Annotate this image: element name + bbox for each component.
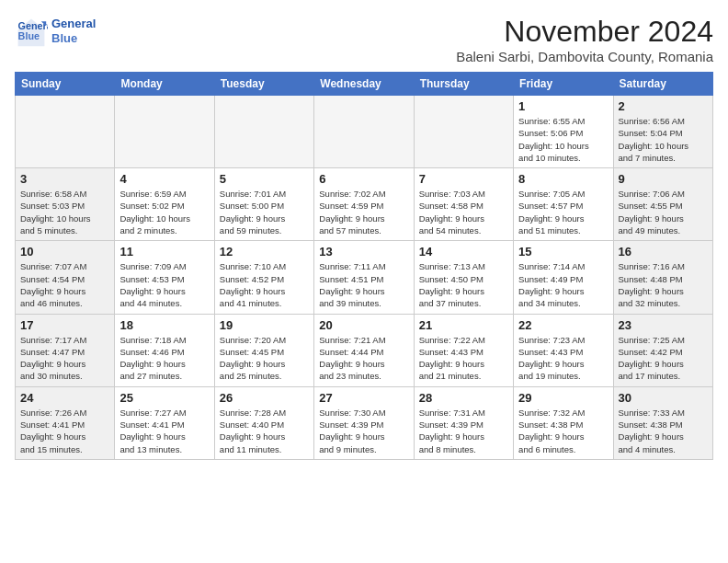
weekday-header-sunday: Sunday bbox=[16, 73, 115, 96]
day-detail: Sunrise: 6:59 AM Sunset: 5:02 PM Dayligh… bbox=[119, 188, 209, 236]
day-number: 24 bbox=[20, 391, 109, 405]
weekday-header-tuesday: Tuesday bbox=[214, 73, 313, 96]
calendar-week-row: 3Sunrise: 6:58 AM Sunset: 5:03 PM Daylig… bbox=[16, 168, 713, 241]
day-number: 22 bbox=[518, 318, 608, 332]
logo-icon: General Blue bbox=[15, 15, 48, 48]
day-number: 12 bbox=[220, 245, 309, 259]
day-detail: Sunrise: 7:23 AM Sunset: 4:43 PM Dayligh… bbox=[518, 334, 608, 383]
calendar-table: SundayMondayTuesdayWednesdayThursdayFrid… bbox=[15, 72, 713, 460]
calendar-cell: 21Sunrise: 7:22 AM Sunset: 4:43 PM Dayli… bbox=[414, 314, 513, 386]
calendar-cell: 6Sunrise: 7:02 AM Sunset: 4:59 PM Daylig… bbox=[314, 168, 414, 241]
calendar-week-row: 10Sunrise: 7:07 AM Sunset: 4:54 PM Dayli… bbox=[16, 241, 713, 314]
day-number: 16 bbox=[619, 245, 708, 259]
day-detail: Sunrise: 7:07 AM Sunset: 4:54 PM Dayligh… bbox=[20, 260, 109, 309]
subtitle: Baleni Sarbi, Dambovita County, Romania bbox=[456, 49, 713, 64]
day-detail: Sunrise: 7:25 AM Sunset: 4:42 PM Dayligh… bbox=[619, 334, 708, 383]
logo: General Blue General Blue bbox=[15, 15, 96, 48]
day-number: 15 bbox=[518, 245, 608, 259]
day-detail: Sunrise: 7:09 AM Sunset: 4:53 PM Dayligh… bbox=[119, 260, 209, 309]
day-number: 21 bbox=[419, 318, 508, 332]
weekday-header-wednesday: Wednesday bbox=[314, 73, 414, 96]
svg-text:Blue: Blue bbox=[18, 30, 40, 41]
calendar-cell: 16Sunrise: 7:16 AM Sunset: 4:48 PM Dayli… bbox=[613, 241, 712, 314]
weekday-header-saturday: Saturday bbox=[613, 73, 712, 96]
calendar-cell: 28Sunrise: 7:31 AM Sunset: 4:39 PM Dayli… bbox=[414, 386, 513, 459]
calendar-cell bbox=[314, 96, 414, 168]
day-number: 4 bbox=[119, 172, 209, 186]
day-detail: Sunrise: 7:14 AM Sunset: 4:49 PM Dayligh… bbox=[518, 260, 608, 309]
day-detail: Sunrise: 7:02 AM Sunset: 4:59 PM Dayligh… bbox=[319, 188, 408, 236]
day-detail: Sunrise: 7:20 AM Sunset: 4:45 PM Dayligh… bbox=[220, 334, 309, 383]
calendar-cell bbox=[414, 96, 513, 168]
calendar-cell: 23Sunrise: 7:25 AM Sunset: 4:42 PM Dayli… bbox=[613, 314, 712, 386]
day-number: 23 bbox=[619, 318, 708, 332]
calendar-week-row: 1Sunrise: 6:55 AM Sunset: 5:06 PM Daylig… bbox=[16, 96, 713, 168]
day-number: 14 bbox=[419, 245, 508, 259]
calendar-cell: 2Sunrise: 6:56 AM Sunset: 5:04 PM Daylig… bbox=[613, 96, 712, 168]
calendar-cell: 3Sunrise: 6:58 AM Sunset: 5:03 PM Daylig… bbox=[16, 168, 115, 241]
calendar-cell: 26Sunrise: 7:28 AM Sunset: 4:40 PM Dayli… bbox=[214, 386, 313, 459]
calendar-cell: 12Sunrise: 7:10 AM Sunset: 4:52 PM Dayli… bbox=[214, 241, 313, 314]
day-detail: Sunrise: 7:27 AM Sunset: 4:41 PM Dayligh… bbox=[119, 407, 209, 455]
day-number: 10 bbox=[20, 245, 109, 259]
day-detail: Sunrise: 7:17 AM Sunset: 4:47 PM Dayligh… bbox=[20, 334, 109, 383]
calendar-cell: 7Sunrise: 7:03 AM Sunset: 4:58 PM Daylig… bbox=[414, 168, 513, 241]
day-number: 27 bbox=[319, 391, 408, 405]
day-number: 28 bbox=[419, 391, 508, 405]
calendar-cell: 29Sunrise: 7:32 AM Sunset: 4:38 PM Dayli… bbox=[514, 386, 613, 459]
calendar-cell: 17Sunrise: 7:17 AM Sunset: 4:47 PM Dayli… bbox=[16, 314, 115, 386]
calendar-cell: 18Sunrise: 7:18 AM Sunset: 4:46 PM Dayli… bbox=[115, 314, 214, 386]
calendar-cell: 25Sunrise: 7:27 AM Sunset: 4:41 PM Dayli… bbox=[115, 386, 214, 459]
day-detail: Sunrise: 7:06 AM Sunset: 4:55 PM Dayligh… bbox=[619, 188, 708, 236]
day-number: 7 bbox=[419, 172, 508, 186]
weekday-header-thursday: Thursday bbox=[414, 73, 513, 96]
calendar-header-row: SundayMondayTuesdayWednesdayThursdayFrid… bbox=[16, 73, 713, 96]
day-number: 9 bbox=[619, 172, 708, 186]
weekday-header-monday: Monday bbox=[115, 73, 214, 96]
calendar-cell: 8Sunrise: 7:05 AM Sunset: 4:57 PM Daylig… bbox=[514, 168, 613, 241]
logo-blue: Blue bbox=[51, 31, 96, 46]
calendar-cell: 9Sunrise: 7:06 AM Sunset: 4:55 PM Daylig… bbox=[613, 168, 712, 241]
calendar-cell: 27Sunrise: 7:30 AM Sunset: 4:39 PM Dayli… bbox=[314, 386, 414, 459]
calendar-cell: 14Sunrise: 7:13 AM Sunset: 4:50 PM Dayli… bbox=[414, 241, 513, 314]
day-detail: Sunrise: 7:16 AM Sunset: 4:48 PM Dayligh… bbox=[619, 260, 708, 309]
day-number: 17 bbox=[20, 318, 109, 332]
day-number: 2 bbox=[619, 99, 708, 113]
day-detail: Sunrise: 6:58 AM Sunset: 5:03 PM Dayligh… bbox=[20, 188, 109, 236]
calendar-cell: 24Sunrise: 7:26 AM Sunset: 4:41 PM Dayli… bbox=[16, 386, 115, 459]
day-number: 30 bbox=[619, 391, 708, 405]
calendar-cell: 4Sunrise: 6:59 AM Sunset: 5:02 PM Daylig… bbox=[115, 168, 214, 241]
calendar-cell: 13Sunrise: 7:11 AM Sunset: 4:51 PM Dayli… bbox=[314, 241, 414, 314]
calendar-cell: 19Sunrise: 7:20 AM Sunset: 4:45 PM Dayli… bbox=[214, 314, 313, 386]
calendar-cell bbox=[115, 96, 214, 168]
day-number: 25 bbox=[119, 391, 209, 405]
title-area: November 2024 Baleni Sarbi, Dambovita Co… bbox=[456, 15, 713, 64]
day-detail: Sunrise: 7:31 AM Sunset: 4:39 PM Dayligh… bbox=[419, 407, 508, 455]
calendar-cell: 20Sunrise: 7:21 AM Sunset: 4:44 PM Dayli… bbox=[314, 314, 414, 386]
day-detail: Sunrise: 7:26 AM Sunset: 4:41 PM Dayligh… bbox=[20, 407, 109, 455]
day-number: 19 bbox=[220, 318, 309, 332]
day-detail: Sunrise: 7:13 AM Sunset: 4:50 PM Dayligh… bbox=[419, 260, 508, 309]
day-number: 11 bbox=[119, 245, 209, 259]
day-number: 29 bbox=[518, 391, 608, 405]
day-detail: Sunrise: 7:03 AM Sunset: 4:58 PM Dayligh… bbox=[419, 188, 508, 236]
calendar-cell bbox=[214, 96, 313, 168]
calendar-cell: 10Sunrise: 7:07 AM Sunset: 4:54 PM Dayli… bbox=[16, 241, 115, 314]
day-number: 20 bbox=[319, 318, 408, 332]
day-detail: Sunrise: 7:28 AM Sunset: 4:40 PM Dayligh… bbox=[220, 407, 309, 455]
header: General Blue General Blue November 2024 … bbox=[15, 15, 713, 64]
calendar-cell: 22Sunrise: 7:23 AM Sunset: 4:43 PM Dayli… bbox=[514, 314, 613, 386]
day-number: 13 bbox=[319, 245, 408, 259]
day-detail: Sunrise: 7:33 AM Sunset: 4:38 PM Dayligh… bbox=[619, 407, 708, 455]
day-detail: Sunrise: 6:56 AM Sunset: 5:04 PM Dayligh… bbox=[619, 115, 708, 164]
day-number: 1 bbox=[518, 99, 608, 113]
calendar-week-row: 17Sunrise: 7:17 AM Sunset: 4:47 PM Dayli… bbox=[16, 314, 713, 386]
day-detail: Sunrise: 6:55 AM Sunset: 5:06 PM Dayligh… bbox=[518, 115, 608, 164]
weekday-header-friday: Friday bbox=[514, 73, 613, 96]
day-detail: Sunrise: 7:18 AM Sunset: 4:46 PM Dayligh… bbox=[119, 334, 209, 383]
day-detail: Sunrise: 7:22 AM Sunset: 4:43 PM Dayligh… bbox=[419, 334, 508, 383]
calendar-cell: 5Sunrise: 7:01 AM Sunset: 5:00 PM Daylig… bbox=[214, 168, 313, 241]
day-detail: Sunrise: 7:10 AM Sunset: 4:52 PM Dayligh… bbox=[220, 260, 309, 309]
calendar-cell bbox=[16, 96, 115, 168]
day-number: 5 bbox=[220, 172, 309, 186]
